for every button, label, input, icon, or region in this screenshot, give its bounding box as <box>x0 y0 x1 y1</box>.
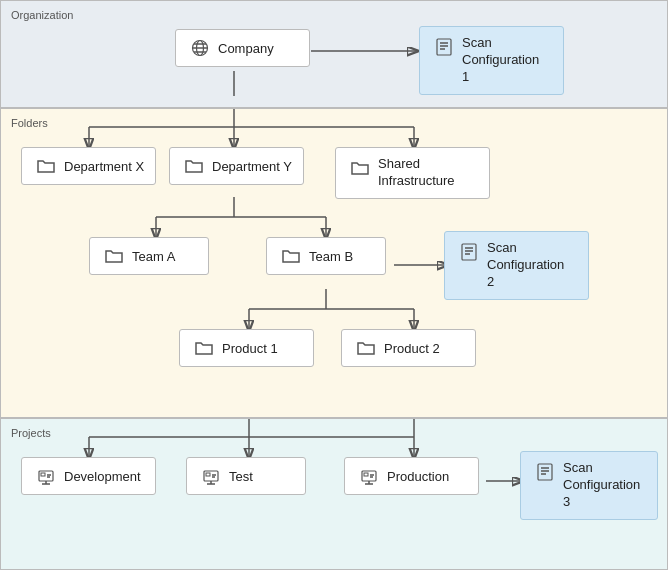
folders-label: Folders <box>11 117 657 129</box>
folder-team-a-icon <box>104 246 124 266</box>
scan-config-3-node[interactable]: Scan Configuration 3 <box>520 451 658 520</box>
product-2-label: Product 2 <box>384 341 440 356</box>
development-node[interactable]: Development <box>21 457 156 495</box>
shared-infra-node[interactable]: Shared Infrastructure <box>335 147 490 199</box>
dept-y-node[interactable]: Department Y <box>169 147 304 185</box>
section-folders: Folders <box>0 108 668 418</box>
scan-config-1-icon <box>434 37 454 57</box>
development-label: Development <box>64 469 141 484</box>
test-node[interactable]: Test <box>186 457 306 495</box>
folder-shared-icon <box>350 158 370 178</box>
svg-rect-45 <box>206 473 210 476</box>
production-label: Production <box>387 469 449 484</box>
team-a-label: Team A <box>132 249 175 264</box>
folder-product-1-icon <box>194 338 214 358</box>
svg-rect-7 <box>437 39 451 55</box>
dept-y-label: Department Y <box>212 159 292 174</box>
svg-rect-39 <box>41 473 45 476</box>
test-icon <box>201 466 221 486</box>
scan-config-3-label: Scan Configuration 3 <box>563 460 643 511</box>
folder-x-icon <box>36 156 56 176</box>
scan-config-3-icon <box>535 462 555 482</box>
section-org: Organization <box>0 0 668 108</box>
folder-product-2-icon <box>356 338 376 358</box>
team-b-label: Team B <box>309 249 353 264</box>
diagram-container: Organization <box>0 0 668 570</box>
scan-config-1-label: Scan Configuration 1 <box>462 35 549 86</box>
production-icon <box>359 466 379 486</box>
production-node[interactable]: Production <box>344 457 479 495</box>
product-1-node[interactable]: Product 1 <box>179 329 314 367</box>
projects-label: Projects <box>11 427 657 439</box>
svg-rect-25 <box>462 244 476 260</box>
development-icon <box>36 466 56 486</box>
folder-y-icon <box>184 156 204 176</box>
team-b-node[interactable]: Team B <box>266 237 386 275</box>
folder-team-b-icon <box>281 246 301 266</box>
shared-infra-label: Shared Infrastructure <box>378 156 455 190</box>
scan-config-2-icon <box>459 242 479 262</box>
scan-config-2-node[interactable]: Scan Configuration 2 <box>444 231 589 300</box>
svg-rect-54 <box>538 464 552 480</box>
scan-config-2-label: Scan Configuration 2 <box>487 240 574 291</box>
company-label: Company <box>218 41 274 56</box>
svg-rect-51 <box>364 473 368 476</box>
team-a-node[interactable]: Team A <box>89 237 209 275</box>
dept-x-node[interactable]: Department X <box>21 147 156 185</box>
product-1-label: Product 1 <box>222 341 278 356</box>
company-node[interactable]: Company <box>175 29 310 67</box>
product-2-node[interactable]: Product 2 <box>341 329 476 367</box>
dept-x-label: Department X <box>64 159 144 174</box>
scan-config-1-node[interactable]: Scan Configuration 1 <box>419 26 564 95</box>
globe-icon <box>190 38 210 58</box>
org-label: Organization <box>11 9 657 21</box>
test-label: Test <box>229 469 253 484</box>
section-projects: Projects <box>0 418 668 570</box>
